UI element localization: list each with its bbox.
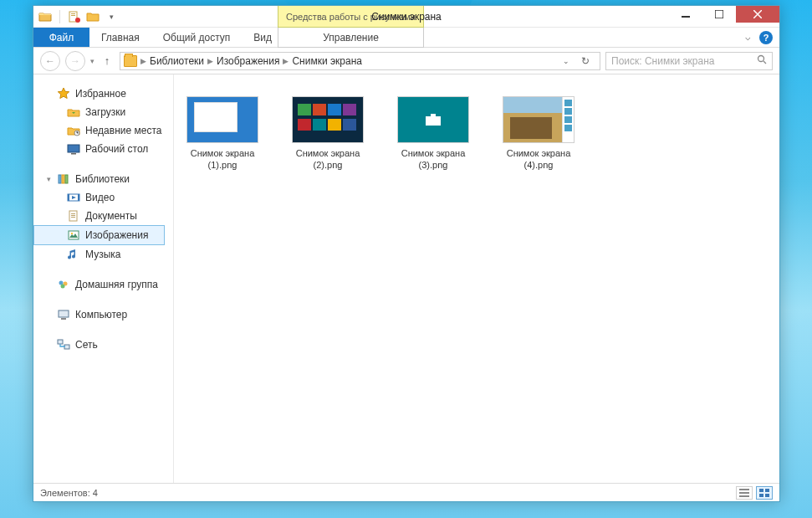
file-thumbnail	[292, 96, 364, 143]
breadcrumb-screenshots[interactable]: Снимки экрана	[292, 55, 362, 67]
titlebar: ▾ Средства работы с рисунками Снимки экр…	[33, 6, 779, 28]
search-input[interactable]	[611, 55, 752, 67]
svg-rect-10	[71, 153, 76, 155]
sidebar-group-network[interactable]: Сеть	[33, 336, 170, 354]
sidebar-item-label: Рабочий стол	[85, 143, 148, 155]
up-button[interactable]: ↑	[100, 54, 115, 69]
ribbon-expand-icon[interactable]: ⌵	[745, 32, 751, 43]
file-thumbnail	[397, 96, 469, 143]
svg-rect-12	[62, 175, 64, 183]
folder-icon	[38, 10, 52, 23]
item-count-label: Элементов: 4	[40, 488, 98, 498]
svg-rect-27	[61, 318, 66, 320]
file-item[interactable]: Снимок экрана (2).png	[288, 96, 368, 172]
svg-rect-26	[59, 310, 69, 317]
tab-file[interactable]: Файл	[33, 28, 89, 47]
sidebar-item-label: Домашняя группа	[75, 279, 158, 290]
sidebar-item-label: Видео	[85, 192, 115, 203]
svg-point-22	[71, 233, 73, 234]
star-icon	[57, 87, 70, 100]
close-button[interactable]	[736, 6, 779, 23]
svg-rect-15	[68, 194, 69, 201]
svg-rect-34	[739, 495, 749, 497]
sidebar-group-computer[interactable]: Компьютер	[33, 305, 170, 324]
explorer-body: Избранное Загрузки Недавние места Рабочи…	[33, 74, 779, 483]
svg-rect-38	[765, 494, 769, 497]
sidebar-item-label: Изображения	[85, 229, 148, 241]
sidebar-item-music[interactable]: Музыка	[33, 245, 170, 264]
forward-button[interactable]: →	[65, 51, 85, 71]
sidebar-group-favorites[interactable]: Избранное	[33, 85, 170, 103]
search-box[interactable]	[605, 52, 773, 70]
sidebar-item-label: Документы	[85, 210, 137, 222]
recent-places-icon	[67, 124, 80, 137]
sidebar-item-label: Недавние места	[85, 125, 161, 136]
svg-rect-1	[71, 13, 75, 14]
view-details-button[interactable]	[736, 486, 753, 500]
picture-tools-tab-header: Средства работы с рисунками	[278, 6, 424, 28]
chevron-right-icon[interactable]: ▶	[283, 57, 289, 65]
chevron-right-icon[interactable]: ▶	[207, 57, 213, 65]
tab-manage[interactable]: Управление	[278, 28, 424, 48]
documents-icon	[67, 209, 80, 223]
minimize-button[interactable]	[669, 6, 702, 23]
qat-dropdown-icon[interactable]: ▾	[105, 10, 118, 23]
tab-home[interactable]: Главная	[89, 28, 151, 47]
history-dropdown-icon[interactable]: ▾	[90, 57, 94, 65]
status-bar: Элементов: 4	[33, 483, 779, 501]
new-folder-icon[interactable]	[86, 10, 100, 23]
music-icon	[67, 248, 80, 261]
svg-rect-28	[58, 340, 63, 344]
svg-rect-30	[426, 116, 441, 126]
sidebar-group-libraries[interactable]: ▾ Библиотеки	[33, 170, 170, 188]
sidebar-group-homegroup[interactable]: Домашняя группа	[33, 275, 170, 294]
address-dropdown-icon[interactable]: ⌄	[563, 57, 569, 65]
tab-share[interactable]: Общий доступ	[151, 28, 243, 47]
file-list[interactable]: Снимок экрана (1).png Снимок экрана (2).…	[174, 74, 779, 483]
window-controls	[669, 6, 779, 23]
sidebar-item-pictures[interactable]: Изображения	[33, 225, 165, 245]
file-name: Снимок экрана (4).png	[498, 148, 579, 172]
refresh-button[interactable]: ↻	[576, 55, 595, 67]
explorer-window: ▾ Средства работы с рисунками Снимки экр…	[33, 5, 780, 502]
properties-icon[interactable]	[68, 10, 81, 23]
breadcrumb-pictures[interactable]: Изображения	[217, 55, 279, 67]
file-name: Снимок экрана (3).png	[393, 148, 473, 172]
svg-rect-11	[59, 175, 61, 183]
sidebar-item-documents[interactable]: Документы	[33, 207, 170, 225]
breadcrumb-libraries[interactable]: Библиотеки	[150, 55, 204, 67]
svg-rect-35	[759, 489, 763, 492]
view-large-icons-button[interactable]	[756, 486, 773, 500]
file-item[interactable]: Снимок экрана (4).png	[498, 96, 579, 172]
sidebar-item-recent[interactable]: Недавние места	[33, 121, 170, 140]
ribbon-tabs: Файл Главная Общий доступ Вид Управление…	[33, 28, 779, 48]
svg-rect-31	[431, 114, 436, 117]
file-item[interactable]: Снимок экрана (3).png	[393, 96, 473, 172]
address-bar[interactable]: ▶ Библиотеки ▶ Изображения ▶ Снимки экра…	[120, 52, 600, 70]
desktop-icon	[67, 142, 80, 156]
video-icon	[67, 191, 80, 204]
file-name: Снимок экрана (2).png	[288, 148, 368, 172]
svg-rect-20	[71, 217, 75, 218]
svg-line-7	[763, 61, 766, 64]
file-item[interactable]: Снимок экрана (1).png	[182, 96, 263, 172]
svg-point-6	[758, 56, 764, 62]
sidebar-item-videos[interactable]: Видео	[33, 188, 170, 207]
svg-rect-36	[765, 489, 769, 492]
svg-rect-4	[682, 16, 690, 18]
svg-rect-32	[739, 489, 749, 490]
chevron-right-icon[interactable]: ▶	[140, 57, 146, 65]
svg-rect-16	[78, 194, 79, 201]
folder-icon	[124, 55, 137, 67]
navigation-toolbar: ← → ▾ ↑ ▶ Библиотеки ▶ Изображения ▶ Сни…	[33, 48, 779, 74]
search-icon[interactable]	[757, 54, 767, 67]
svg-rect-33	[739, 492, 749, 494]
file-thumbnail	[503, 96, 575, 143]
sidebar-item-desktop[interactable]: Рабочий стол	[33, 140, 170, 158]
svg-rect-2	[71, 15, 75, 16]
back-button[interactable]: ←	[40, 51, 60, 71]
help-icon[interactable]: ?	[759, 31, 773, 44]
svg-rect-13	[65, 175, 68, 183]
sidebar-item-downloads[interactable]: Загрузки	[33, 103, 170, 121]
maximize-button[interactable]	[702, 6, 736, 23]
